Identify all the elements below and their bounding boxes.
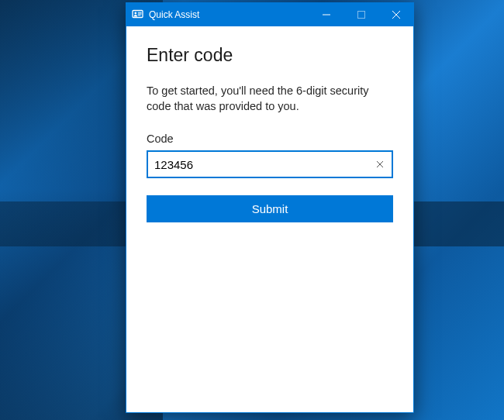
titlebar[interactable]: Quick Assist bbox=[126, 3, 413, 26]
svg-point-1 bbox=[134, 12, 136, 15]
instruction-text: To get started, you'll need the 6-digit … bbox=[147, 83, 393, 114]
close-icon bbox=[376, 159, 384, 170]
clear-input-button[interactable] bbox=[368, 152, 392, 177]
code-input-wrapper bbox=[147, 150, 393, 178]
submit-button[interactable]: Submit bbox=[147, 195, 393, 222]
submit-button-label: Submit bbox=[252, 202, 288, 215]
close-button[interactable] bbox=[378, 3, 413, 26]
content-area: Enter code To get started, you'll need t… bbox=[126, 26, 413, 412]
maximize-button[interactable] bbox=[343, 3, 378, 26]
quick-assist-window: Quick Assist Enter code To get started, … bbox=[126, 2, 414, 413]
app-icon bbox=[132, 9, 144, 21]
titlebar-title: Quick Assist bbox=[149, 9, 309, 20]
code-label: Code bbox=[147, 133, 393, 145]
minimize-button[interactable] bbox=[309, 3, 343, 26]
code-input[interactable] bbox=[148, 152, 368, 177]
page-heading: Enter code bbox=[147, 45, 393, 66]
svg-rect-2 bbox=[357, 12, 364, 19]
window-controls bbox=[309, 3, 413, 26]
